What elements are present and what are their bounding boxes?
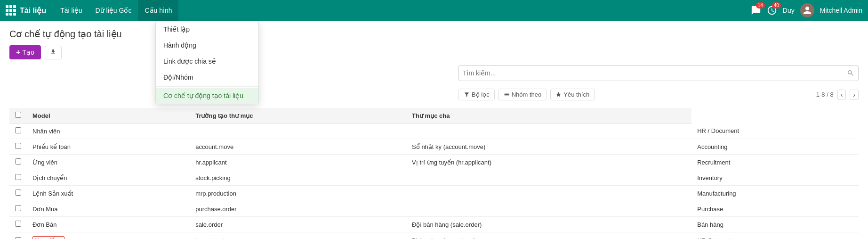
filter-controls: Bộ lọc Nhóm theo Yêu thích xyxy=(458,89,595,100)
nav-du-lieu-goc[interactable]: Dữ liệu Gốc xyxy=(89,0,138,21)
dropdown-item-thiet-lap[interactable]: Thiết lập xyxy=(156,21,258,37)
activity-badge: 40 xyxy=(772,2,781,8)
cell-model: sale.order xyxy=(190,217,406,232)
cell-model: hr.contract xyxy=(190,232,406,239)
search-input[interactable] xyxy=(463,69,847,77)
download-button[interactable] xyxy=(45,46,62,59)
col-field: Trường tạo thư mục xyxy=(190,108,406,124)
dropdown-item-link-chia-se[interactable]: Link được chia sẻ xyxy=(156,53,258,69)
navbar: Tài liệu Tài liệu Dữ liệu Gốc Cấu hình 1… xyxy=(0,0,868,21)
dropdown-item-co-che[interactable]: Cơ chế tự động tạo tài liệu xyxy=(156,88,258,104)
cell-name: Nhân viên xyxy=(27,124,190,139)
row-checkbox[interactable] xyxy=(15,143,21,149)
row-checkbox[interactable] xyxy=(15,221,21,227)
cell-parent: Recruitment xyxy=(691,155,859,170)
admin-name[interactable]: Mitchell Admin xyxy=(820,7,862,14)
table-row[interactable]: Hợp đồnghr.contractPhòng ban (hr.contrac… xyxy=(9,232,859,239)
cell-model: mrp.production xyxy=(190,186,406,201)
nav-tai-lieu[interactable]: Tài liệu xyxy=(54,0,88,21)
cell-parent: Inventory xyxy=(691,170,859,186)
row-checkbox[interactable] xyxy=(15,158,21,165)
cell-field xyxy=(406,201,691,217)
user-name[interactable]: Duy xyxy=(783,7,795,14)
cell-name: Đơn Bán xyxy=(27,217,190,232)
group-label: Nhóm theo xyxy=(512,91,542,98)
search-bar xyxy=(458,65,859,81)
table-row[interactable]: Ứng viênhr.applicantVị trí ứng tuyển (hr… xyxy=(9,155,859,170)
row-checkbox[interactable] xyxy=(15,127,21,133)
navbar-menu: Tài liệu Dữ liệu Gốc Cấu hình xyxy=(54,0,751,21)
select-all-checkbox[interactable] xyxy=(15,112,21,118)
cell-field: Sổ nhật ký (account.move) xyxy=(406,139,691,155)
plus-icon: + xyxy=(16,48,20,57)
next-page-button[interactable]: › xyxy=(850,90,859,100)
row-checkbox[interactable] xyxy=(15,237,21,239)
favorite-button[interactable]: Yêu thích xyxy=(550,89,595,100)
dropdown-item-doi-nhom[interactable]: Đội/Nhóm xyxy=(156,69,258,85)
navbar-right: 14 40 Duy Mitchell Admin xyxy=(751,3,862,17)
filter-bar: Bộ lọc Nhóm theo Yêu thích 1-8 / 8 ‹ › xyxy=(458,89,859,100)
cell-parent: Manufacturing xyxy=(691,186,859,201)
filter-button[interactable]: Bộ lọc xyxy=(458,89,495,100)
cell-field: Phòng ban (hr.contract) xyxy=(406,232,691,239)
cell-model: account.move xyxy=(190,139,406,155)
nav-cau-hinh[interactable]: Cấu hình xyxy=(138,0,178,21)
cell-field xyxy=(406,170,691,186)
filter-icon xyxy=(464,91,470,98)
cell-parent: Purchase xyxy=(691,201,859,217)
cell-name: Ứng viên xyxy=(27,155,190,170)
cell-name: Lệnh Sản xuất xyxy=(27,186,190,201)
pagination-text: 1-8 / 8 xyxy=(816,91,834,98)
search-icon xyxy=(847,69,854,77)
row-checkbox[interactable] xyxy=(15,190,21,196)
activity-icon-wrapper[interactable]: 40 xyxy=(767,5,777,16)
cell-name: Hợp đồng xyxy=(27,232,190,239)
table-body: Nhân viênHR / DocumentPhiếu kế toánaccou… xyxy=(9,124,859,239)
cell-field xyxy=(406,124,691,139)
cau-hinh-dropdown: Thiết lập Hành động Link được chia sẻ Độ… xyxy=(155,21,259,104)
cell-model: purchase.order xyxy=(190,201,406,217)
dropdown-item-hanh-dong[interactable]: Hành động xyxy=(156,37,258,53)
table-row[interactable]: Đơn Muapurchase.orderPurchase xyxy=(9,201,859,217)
avatar-icon xyxy=(803,6,812,15)
row-checkbox[interactable] xyxy=(15,174,21,180)
table-row[interactable]: Dịch chuyểnstock.pickingInventory xyxy=(9,170,859,186)
row-checkbox[interactable] xyxy=(15,205,21,211)
page-title: Cơ chế tự động tạo tài liệu xyxy=(9,28,859,40)
table-row[interactable]: Phiếu kế toánaccount.moveSổ nhật ký (acc… xyxy=(9,139,859,155)
cell-field xyxy=(406,186,691,201)
cell-field: Vị trí ứng tuyển (hr.applicant) xyxy=(406,155,691,170)
avatar[interactable] xyxy=(800,3,814,17)
cell-model: hr.applicant xyxy=(190,155,406,170)
select-all-header[interactable] xyxy=(9,108,27,124)
cell-name: Dịch chuyển xyxy=(27,170,190,186)
group-button[interactable]: Nhóm theo xyxy=(498,89,547,100)
cell-name: Phiếu kế toán xyxy=(27,139,190,155)
download-icon xyxy=(50,49,56,55)
create-label: Tạo xyxy=(22,49,34,56)
cell-parent: HR Contract xyxy=(691,232,859,239)
chat-icon-wrapper[interactable]: 14 xyxy=(751,5,761,16)
table-row[interactable]: Lệnh Sản xuấtmrp.productionManufacturing xyxy=(9,186,859,201)
app-brand[interactable]: Tài liệu xyxy=(6,5,46,16)
toolbar: + Tạo xyxy=(9,45,859,59)
table-row[interactable]: Đơn Bánsale.orderĐội bán hàng (sale.orde… xyxy=(9,217,859,232)
table-row[interactable]: Nhân viênHR / Document xyxy=(9,124,859,139)
dropdown-divider xyxy=(156,86,258,87)
cell-field: Đội bán hàng (sale.order) xyxy=(406,217,691,232)
page-content: Cơ chế tự động tạo tài liệu + Tạo Bộ lọc… xyxy=(0,21,868,239)
chat-badge: 14 xyxy=(756,2,765,8)
app-name: Tài liệu xyxy=(20,6,46,15)
highlighted-cell: Hợp đồng xyxy=(32,236,64,239)
cell-model xyxy=(190,124,406,139)
apps-icon[interactable] xyxy=(6,5,16,16)
cell-parent: Bán hàng xyxy=(691,217,859,232)
create-button[interactable]: + Tạo xyxy=(9,45,41,59)
cell-model: stock.picking xyxy=(190,170,406,186)
pagination-info: 1-8 / 8 ‹ › xyxy=(816,90,859,100)
prev-page-button[interactable]: ‹ xyxy=(837,90,846,100)
col-parent: Thư mục cha xyxy=(406,108,691,124)
data-table: Model Trường tạo thư mục Thư mục cha Nhâ… xyxy=(9,108,859,239)
col-model: Model xyxy=(27,108,190,124)
star-icon xyxy=(555,91,562,98)
